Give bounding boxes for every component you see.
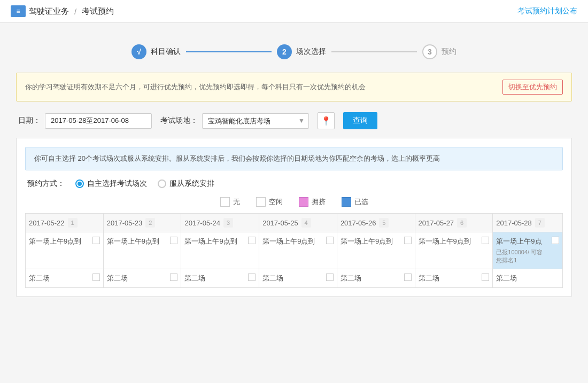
legend-empty-box	[220, 197, 230, 207]
step-2-label: 场次选择	[296, 47, 326, 57]
location-pin-icon: 📍	[321, 116, 331, 126]
session-text-0-1: 第一场上午9点到	[107, 237, 159, 246]
session-text-1-2: 第二场	[184, 273, 205, 283]
calendar-cell-1-3[interactable]: 第二场	[259, 269, 337, 288]
session-checkbox-0-6[interactable]	[552, 237, 559, 244]
calendar-cell-0-4[interactable]: 第一场上午9点到	[337, 232, 415, 269]
calendar-col-0: 2017-05-221	[26, 214, 104, 232]
legend-empty-label: 无	[233, 197, 240, 207]
legend-empty: 无	[220, 197, 240, 207]
legend-selected-box	[342, 197, 351, 207]
calendar-table: 2017-05-2212017-05-2322017-05-2432017-05…	[25, 213, 563, 288]
session-checkbox-0-0[interactable]	[92, 237, 100, 244]
calendar-cell-1-1[interactable]: 第二场	[103, 269, 181, 288]
radio-system-circle	[158, 179, 166, 188]
breadcrumb: ≡ 驾驶证业务 / 考试预约	[11, 5, 114, 17]
notice-banner: 你的学习驾驶证明有效期不足六个月，可进行优先预约，优先预约即选即得，每个科目只有…	[16, 73, 572, 101]
session-checkbox-1-3[interactable]	[326, 273, 334, 281]
session-text-0-5: 第一场上午9点到	[419, 237, 471, 246]
calendar-cell-0-5[interactable]: 第一场上午9点到	[415, 232, 493, 269]
legend-selected: 已选	[342, 197, 368, 207]
exam-plan-link[interactable]: 考试预约计划公布	[517, 6, 577, 16]
switch-priority-button[interactable]: 切换至优先预约	[502, 80, 563, 95]
session-detail-0-6: 已报100004/ 可容	[496, 248, 559, 256]
calendar-cell-1-5[interactable]: 第二场	[415, 269, 493, 288]
date-field: 日期：	[18, 113, 152, 129]
session-text-0-4: 第一场上午9点到	[341, 237, 393, 246]
session-checkbox-0-3[interactable]	[326, 237, 334, 244]
gps-button[interactable]: 📍	[318, 112, 335, 129]
session-checkbox-1-0[interactable]	[92, 273, 100, 281]
calendar-cell-1-2[interactable]: 第二场	[181, 269, 259, 288]
main-content: √ 科目确认 2 场次选择 3 预约 你的学习驾驶证明有效期不足六个月，可进行优…	[0, 23, 588, 382]
radio-group: 自主选择考试场次 服从系统安排	[75, 179, 214, 189]
legend-crowded-box	[299, 197, 308, 207]
calendar-cell-0-3[interactable]: 第一场上午9点到	[259, 232, 337, 269]
step-3: 3 预约	[422, 44, 457, 59]
calendar-row-1: 第二场 第二场 第二场 第二场 第二场 第二场 第二场	[26, 269, 563, 288]
calendar-col-5: 2017-05-276	[415, 214, 493, 232]
legend-crowded: 拥挤	[299, 197, 326, 207]
query-button[interactable]: 查询	[343, 112, 377, 129]
info-text: 你可自主选择 20个考试场次或服从系统安排。服从系统安排后，我们会按照你选择的日…	[34, 154, 440, 162]
step-1-label: 科目确认	[151, 47, 181, 57]
step-3-label: 预约	[442, 47, 457, 57]
menu-icon: ≡	[11, 5, 26, 17]
date-input[interactable]	[45, 113, 152, 129]
calendar-col-1: 2017-05-232	[103, 214, 181, 232]
calendar-col-2: 2017-05-243	[181, 214, 259, 232]
booking-method-label: 预约方式：	[27, 179, 65, 189]
legend-crowded-label: 拥挤	[312, 197, 326, 207]
calendar-cell-0-2[interactable]: 第一场上午9点到	[181, 232, 259, 269]
session-text-1-1: 第二场	[107, 273, 128, 283]
session-checkbox-0-2[interactable]	[248, 237, 256, 244]
step-1-circle: √	[131, 44, 146, 59]
session-checkbox-0-1[interactable]	[170, 237, 177, 244]
location-label: 考试场地：	[160, 116, 198, 126]
calendar-header-row: 2017-05-2212017-05-2322017-05-2432017-05…	[26, 214, 563, 232]
radio-self-circle	[75, 179, 84, 188]
step-line-1	[186, 51, 272, 52]
calendar-col-4: 2017-05-265	[337, 214, 415, 232]
session-checkbox-1-4[interactable]	[404, 273, 412, 281]
step-1: √ 科目确认	[131, 44, 181, 59]
calendar-cell-0-6[interactable]: 第一场上午9点 已报100004/ 可容 您排名1	[493, 232, 563, 269]
calendar-row-0: 第一场上午9点到 第一场上午9点到 第一场上午9点到 第一场上午9点到 第一场上…	[26, 232, 563, 269]
session-text-1-3: 第二场	[262, 273, 283, 283]
legend-free-label: 空闲	[269, 197, 283, 207]
calendar-cell-0-0[interactable]: 第一场上午9点到	[26, 232, 104, 269]
calendar-col-3: 2017-05-254	[259, 214, 337, 232]
calendar-cell-1-4[interactable]: 第二场	[337, 269, 415, 288]
radio-system-label: 服从系统安排	[169, 179, 214, 189]
step-line-2	[331, 51, 417, 52]
calendar-cell-1-6[interactable]: 第二场	[493, 269, 563, 288]
date-label: 日期：	[18, 116, 41, 126]
calendar-col-6: 2017-05-287	[493, 214, 563, 232]
page-title: 考试预约	[82, 6, 114, 17]
step-2-circle: 2	[277, 44, 292, 59]
session-text-0-2: 第一场上午9点到	[184, 237, 237, 246]
legend-selected-label: 已选	[354, 197, 368, 207]
radio-system[interactable]: 服从系统安排	[158, 179, 214, 189]
session-checkbox-1-1[interactable]	[170, 273, 177, 281]
session-text-1-4: 第二场	[341, 273, 361, 283]
header: ≡ 驾驶证业务 / 考试预约 考试预约计划公布	[0, 0, 588, 23]
step-2: 2 场次选择	[277, 44, 326, 59]
session-checkbox-1-5[interactable]	[482, 273, 489, 281]
radio-self-label: 自主选择考试场次	[87, 179, 147, 189]
calendar-cell-0-1[interactable]: 第一场上午9点到	[103, 232, 181, 269]
location-select[interactable]: 宝鸡智能化底店考场	[202, 113, 309, 129]
calendar-cell-1-0[interactable]: 第二场	[26, 269, 104, 288]
location-select-wrap: 宝鸡智能化底店考场 ▼	[202, 113, 309, 129]
session-checkbox-0-5[interactable]	[482, 237, 489, 244]
booking-method: 预约方式： 自主选择考试场次 服从系统安排	[25, 179, 563, 189]
legend-free-box	[256, 197, 266, 207]
info-box: 你可自主选择 20个考试场次或服从系统安排。服从系统安排后，我们会按照你选择的日…	[25, 147, 563, 170]
session-checkbox-1-2[interactable]	[248, 273, 256, 281]
content-wrap: 你可自主选择 20个考试场次或服从系统安排。服从系统安排后，我们会按照你选择的日…	[16, 138, 572, 297]
step-3-circle: 3	[422, 44, 437, 59]
session-checkbox-0-4[interactable]	[404, 237, 412, 244]
session-rank-0-6: 您排名1	[496, 256, 559, 264]
radio-self[interactable]: 自主选择考试场次	[75, 179, 147, 189]
session-text-0-6: 第一场上午9点	[496, 237, 541, 246]
